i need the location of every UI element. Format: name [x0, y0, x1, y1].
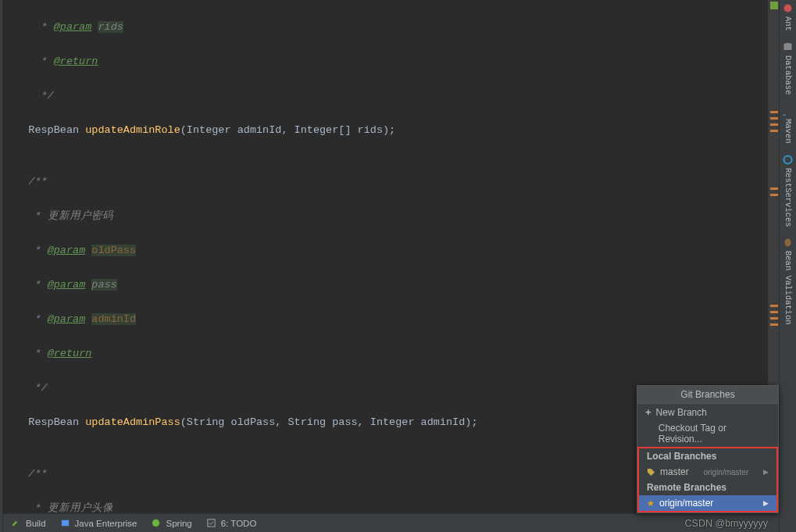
popup-title: Git Branches — [637, 386, 778, 404]
doc-prefix: * — [28, 313, 47, 325]
method-params: (String oldPass, String pass, Integer ad… — [180, 416, 478, 428]
doc-start: /** — [28, 468, 47, 480]
warning-marker[interactable] — [770, 187, 778, 190]
java-ee-tool-button[interactable]: Java Enterprise — [60, 518, 137, 528]
svg-point-8 — [785, 239, 791, 247]
doc-tag-return: @return — [54, 55, 98, 67]
doc-desc: * 更新用户头像 — [28, 502, 112, 513]
rest-icon — [783, 155, 793, 165]
doc-tag-param: @param — [54, 21, 92, 33]
doc-desc: * 更新用户密码 — [28, 210, 112, 222]
right-tool-stripe: Ant Database m Maven RestServices Bean V… — [779, 0, 796, 532]
spring-icon — [151, 518, 161, 528]
java-ee-label: Java Enterprise — [75, 519, 137, 528]
plus-icon: + — [645, 406, 651, 418]
checkout-tag-item[interactable]: Checkout Tag or Revision... — [637, 420, 778, 447]
return-type: RespBean — [28, 416, 85, 428]
bean-validation-tool-button[interactable]: Bean Validation — [783, 237, 793, 325]
method-name: updateAdminPass — [85, 416, 180, 428]
warning-marker[interactable] — [770, 305, 778, 307]
todo-label: 6: TODO — [221, 519, 257, 528]
maven-tool-button[interactable]: m Maven — [783, 105, 793, 144]
rest-label: RestServices — [784, 168, 793, 227]
remote-branch-item[interactable]: ★ origin/master ▶ — [639, 495, 776, 511]
doc-end: */ — [34, 90, 53, 102]
local-branch-name: master — [660, 466, 689, 477]
svg-rect-5 — [784, 45, 792, 50]
todo-icon — [206, 518, 216, 528]
warning-marker[interactable] — [770, 117, 778, 120]
build-tool-button[interactable]: Build — [11, 518, 46, 528]
doc-param-name: rids — [98, 21, 123, 33]
svg-point-1 — [152, 520, 159, 527]
doc-tag-return: @return — [48, 348, 92, 359]
database-icon — [783, 42, 793, 52]
warning-marker[interactable] — [770, 323, 778, 326]
analysis-status-icon[interactable] — [770, 2, 778, 9]
warning-marker[interactable] — [770, 317, 778, 320]
svg-rect-2 — [208, 520, 215, 527]
doc-param-name: oldPass — [91, 245, 136, 256]
doc-prefix: * — [28, 279, 47, 291]
local-branches-header: Local Branches — [639, 448, 776, 464]
doc-prefix: * — [34, 55, 53, 67]
chevron-right-icon: ▶ — [763, 468, 769, 476]
warning-marker[interactable] — [770, 123, 778, 126]
doc-prefix: * — [28, 348, 47, 359]
doc-prefix: * — [28, 245, 47, 256]
remote-branch-name: origin/master — [659, 498, 713, 509]
method-params: (Integer adminId, Integer[] rids); — [180, 124, 395, 136]
warning-marker[interactable] — [770, 111, 778, 113]
new-branch-label: New Branch — [656, 407, 707, 418]
todo-tool-button[interactable]: 6: TODO — [206, 518, 257, 528]
java-ee-icon — [60, 518, 70, 528]
doc-end: */ — [28, 382, 47, 394]
doc-param-name: pass — [91, 279, 116, 291]
ant-label: Ant — [784, 16, 793, 31]
svg-point-3 — [784, 5, 792, 12]
tracking-branch: origin/master — [703, 468, 748, 477]
git-branches-popup: Git Branches + New Branch Checkout Tag o… — [637, 385, 779, 513]
ant-tool-button[interactable]: Ant — [783, 3, 793, 31]
spring-tool-button[interactable]: Spring — [151, 518, 191, 528]
remote-branches-header: Remote Branches — [639, 480, 776, 495]
tag-icon — [647, 468, 655, 477]
new-branch-item[interactable]: + New Branch — [637, 404, 778, 420]
spring-label: Spring — [166, 519, 191, 528]
bean-label: Bean Validation — [784, 251, 793, 325]
method-name: updateAdminRole — [85, 124, 180, 136]
svg-rect-0 — [61, 520, 68, 526]
doc-tag-param: @param — [48, 313, 86, 325]
return-type: RespBean — [28, 124, 85, 136]
database-tool-button[interactable]: Database — [783, 42, 793, 95]
warning-marker[interactable] — [770, 311, 778, 313]
hammer-icon — [11, 518, 21, 528]
star-icon: ★ — [647, 498, 655, 509]
rest-services-tool-button[interactable]: RestServices — [783, 155, 793, 227]
highlighted-section: Local Branches master origin/master ▶ Re… — [637, 447, 778, 512]
doc-param-name: adminId — [91, 313, 136, 325]
bottom-tool-bar: Build Java Enterprise Spring 6: TODO — [3, 513, 779, 532]
ant-icon — [783, 3, 793, 13]
warning-marker[interactable] — [770, 130, 778, 132]
local-branch-item[interactable]: master origin/master ▶ — [639, 464, 776, 480]
doc-prefix: * — [34, 21, 53, 33]
bean-icon — [783, 237, 793, 248]
doc-start: /** — [28, 176, 47, 187]
maven-icon: m — [783, 105, 793, 116]
maven-label: Maven — [784, 119, 793, 144]
warning-marker[interactable] — [770, 194, 778, 196]
svg-point-7 — [784, 155, 792, 163]
svg-text:m: m — [783, 113, 788, 116]
doc-tag-param: @param — [48, 245, 86, 256]
doc-tag-param: @param — [48, 279, 86, 291]
chevron-right-icon: ▶ — [763, 499, 769, 507]
database-label: Database — [784, 55, 793, 95]
checkout-label: Checkout Tag or Revision... — [659, 423, 770, 445]
build-label: Build — [26, 519, 46, 528]
